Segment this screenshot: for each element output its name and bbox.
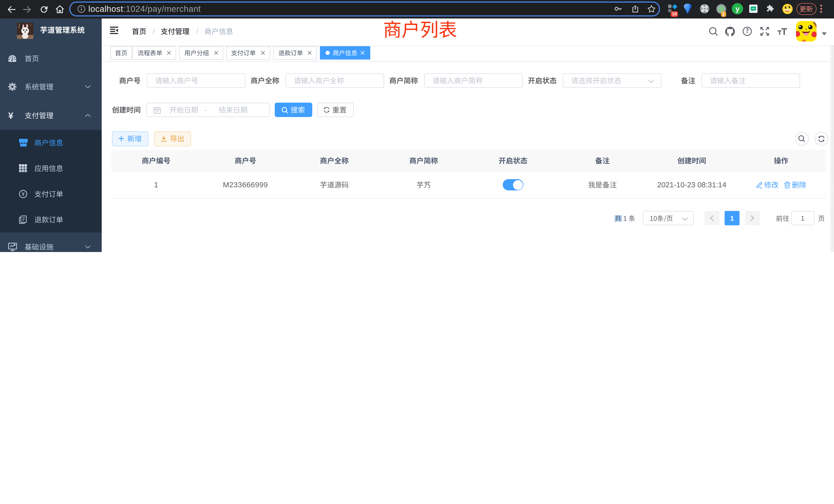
svg-text:y: y <box>736 5 740 13</box>
